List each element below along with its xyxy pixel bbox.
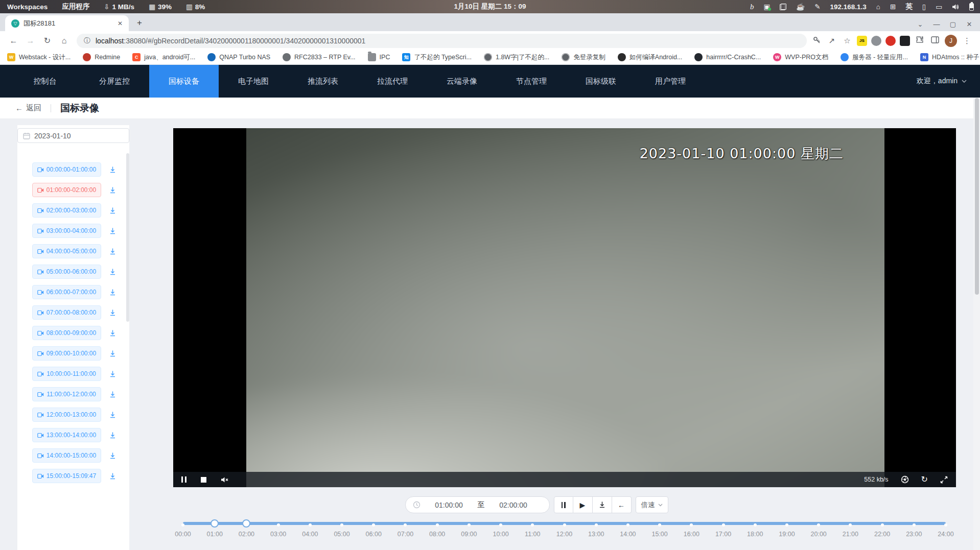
- password-key-icon[interactable]: [811, 36, 822, 45]
- recording-chip[interactable]: 10:00:00-11:00:00: [32, 367, 101, 381]
- bookmark-rfc2833[interactable]: RFC2833 – RTP Ev...: [283, 53, 356, 61]
- tab-gb-cascade[interactable]: 国标级联: [566, 65, 636, 98]
- bookmark-android-build[interactable]: 如何编译Android...: [618, 53, 683, 62]
- input-method-indicator[interactable]: 英: [905, 2, 913, 11]
- download-icon[interactable]: [109, 452, 116, 460]
- download-icon[interactable]: [109, 391, 116, 398]
- forward-button[interactable]: →: [24, 34, 37, 47]
- extension-gray-icon[interactable]: [871, 36, 881, 46]
- recording-chip[interactable]: 08:00:00-09:00:00: [32, 326, 101, 340]
- speed-dropdown[interactable]: 倍速: [636, 496, 668, 513]
- download-icon[interactable]: [109, 227, 116, 235]
- phone-icon[interactable]: ▯: [922, 3, 926, 11]
- back-button[interactable]: ←: [7, 34, 20, 47]
- user-menu[interactable]: 欢迎，admin: [917, 65, 980, 98]
- site-info-icon[interactable]: ⓘ: [84, 36, 90, 45]
- bookmark-star-icon[interactable]: ☆: [842, 36, 853, 45]
- sidebar-scrollbar[interactable]: [126, 153, 129, 322]
- download-icon[interactable]: [109, 248, 116, 255]
- bookmark-wvp-pro-docs[interactable]: W WVP-PRO文档: [773, 53, 828, 62]
- window-minimize-button[interactable]: —: [932, 20, 941, 28]
- coffee-icon[interactable]: ☕: [796, 3, 805, 11]
- page-scrollbar[interactable]: [973, 98, 980, 550]
- applications-button[interactable]: 应用程序: [62, 2, 89, 11]
- windows-icon[interactable]: ⊞: [890, 3, 896, 11]
- color-picker-icon[interactable]: ✎: [814, 3, 820, 11]
- side-panel-icon[interactable]: [929, 36, 941, 45]
- bookmark-copy-tool[interactable]: 免登录复制: [562, 53, 605, 62]
- recording-chip[interactable]: 09:00:00-10:00:00: [32, 346, 101, 361]
- window-close-button[interactable]: ✕: [965, 20, 974, 28]
- snapshot-icon[interactable]: [901, 475, 909, 484]
- display-icon[interactable]: ▭: [936, 3, 942, 11]
- bookmark-qnap[interactable]: QNAP Turbo NAS: [207, 53, 270, 61]
- recording-chip[interactable]: 04:00:00-05:00:00: [32, 244, 101, 258]
- home-button[interactable]: ⌂: [57, 34, 71, 47]
- timeline-handle-end[interactable]: [242, 519, 250, 528]
- tab-push-list[interactable]: 推流列表: [288, 65, 358, 98]
- window-maximize-button[interactable]: ▢: [948, 20, 958, 28]
- recording-chip[interactable]: 12:00:00-13:00:00: [32, 408, 101, 422]
- bing-icon[interactable]: b: [750, 3, 754, 11]
- end-time-value[interactable]: 02:00:00: [485, 501, 542, 509]
- extensions-puzzle-icon[interactable]: [914, 36, 925, 45]
- extension-red-icon[interactable]: [885, 36, 896, 46]
- bookmark-ipc-folder[interactable]: IPC: [368, 53, 390, 61]
- address-bar[interactable]: ⓘ localhost:38080/#/gbRecordDetail/34020…: [77, 34, 807, 48]
- bookmark-tencent-cloud[interactable]: 服务器 - 轻量应用...: [841, 53, 908, 62]
- recording-chip[interactable]: 15:00:00-15:09:47: [32, 469, 101, 483]
- bookmark-webstack[interactable]: W Webstack - 设计...: [7, 53, 71, 62]
- time-range-input[interactable]: 01:00:00 至 02:00:00: [405, 496, 550, 513]
- download-icon[interactable]: [109, 309, 116, 317]
- timeline-handle-start[interactable]: [211, 519, 219, 528]
- clipboard-icon[interactable]: [780, 4, 786, 10]
- download-icon[interactable]: [109, 329, 116, 337]
- start-time-value[interactable]: 01:00:00: [421, 501, 478, 509]
- screenshot-tool-icon[interactable]: ▣: [764, 3, 771, 11]
- player-mute-icon[interactable]: [221, 476, 229, 483]
- tab-user-manage[interactable]: 用户管理: [636, 65, 705, 98]
- download-icon[interactable]: [109, 411, 116, 419]
- recording-chip[interactable]: 06:00:00-07:00:00: [32, 285, 101, 299]
- bookmark-article[interactable]: 1.8W字|了不起的...: [484, 53, 549, 62]
- tab-search-chevron-icon[interactable]: ⌄: [916, 20, 925, 28]
- download-icon[interactable]: [109, 166, 116, 174]
- download-icon[interactable]: [109, 207, 116, 214]
- tab-pull-proxy[interactable]: 拉流代理: [358, 65, 427, 98]
- ip-address[interactable]: 192.168.1.3: [830, 3, 867, 11]
- tab-console[interactable]: 控制台: [10, 65, 80, 98]
- player-refresh-icon[interactable]: ↻: [921, 475, 928, 484]
- player-stop-icon[interactable]: [201, 477, 206, 483]
- reload-button[interactable]: ↻: [40, 34, 54, 47]
- download-button[interactable]: [593, 496, 612, 513]
- download-icon[interactable]: [109, 472, 116, 480]
- back-link[interactable]: ← 返回: [15, 103, 41, 113]
- recording-chip[interactable]: 05:00:00-06:00:00: [32, 265, 101, 279]
- download-icon[interactable]: [109, 370, 116, 378]
- recording-chip[interactable]: 02:00:00-03:00:00: [32, 203, 101, 218]
- download-icon[interactable]: [109, 432, 116, 439]
- download-icon[interactable]: [109, 186, 116, 194]
- bookmark-hdatmos[interactable]: N HDAtmos :: 种子 *...: [920, 53, 980, 62]
- tab-gb-devices[interactable]: 国标设备: [149, 65, 219, 98]
- new-tab-button[interactable]: +: [133, 16, 146, 30]
- extension-dark-icon[interactable]: [900, 36, 910, 46]
- play-button[interactable]: ▶: [573, 496, 593, 513]
- profile-avatar[interactable]: J: [945, 35, 957, 47]
- home-icon[interactable]: ⌂: [876, 3, 880, 11]
- bookmark-csdn[interactable]: C java、android可...: [132, 53, 195, 62]
- volume-icon[interactable]: [952, 4, 960, 10]
- recording-chip[interactable]: 07:00:00-08:00:00: [32, 305, 101, 320]
- fullscreen-icon[interactable]: [940, 476, 948, 484]
- battery-icon[interactable]: [969, 3, 974, 11]
- seek-back-button[interactable]: ←: [612, 496, 632, 513]
- clock[interactable]: 1月10日 星期二 15：09: [454, 2, 526, 11]
- workspaces-button[interactable]: Workspaces: [7, 3, 48, 11]
- recording-chip[interactable]: 14:00:00-15:00:00: [32, 448, 101, 463]
- bookmark-redmine[interactable]: Redmine: [83, 53, 120, 61]
- extension-js-icon[interactable]: JS: [857, 36, 867, 46]
- tab-cloud-record[interactable]: 云端录像: [427, 65, 497, 98]
- download-icon[interactable]: [109, 268, 116, 276]
- browser-menu-icon[interactable]: ⋮: [961, 36, 973, 45]
- tab-close-icon[interactable]: ✕: [115, 19, 125, 28]
